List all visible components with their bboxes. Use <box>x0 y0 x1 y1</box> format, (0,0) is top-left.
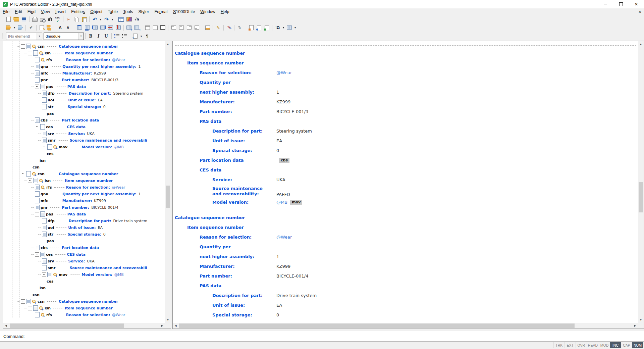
tree-row[interactable]: pnrPart number:BICYCLE-001/3 <box>3 77 165 83</box>
change-tag-icon[interactable] <box>16 24 24 31</box>
tree-row[interactable]: rfsReason for selection:@Wear <box>3 56 165 63</box>
font-smaller-icon[interactable] <box>64 24 72 31</box>
command-bar[interactable]: Command: <box>0 331 644 342</box>
tree-row[interactable]: cesCES data <box>3 251 165 258</box>
tree-row[interactable]: isnItem sequence number <box>3 305 165 311</box>
tree-row[interactable]: csn <box>3 291 165 298</box>
insert-symbol-icon[interactable] <box>274 24 281 31</box>
tree-row[interactable]: rfsReason for selection:@Wear <box>3 184 165 191</box>
cell-align-top-left-icon[interactable] <box>170 24 177 31</box>
tree-row[interactable]: isnItem sequence number <box>3 177 165 184</box>
scroll-down-icon[interactable]: ▼ <box>165 317 171 323</box>
quill-icon[interactable] <box>236 24 244 31</box>
cell-align-top-right-icon[interactable] <box>185 24 193 31</box>
scrollbar-thumb[interactable] <box>166 186 170 208</box>
tree-row[interactable]: uoiUnit of issue:EA <box>3 97 165 103</box>
numbered-list-icon[interactable] <box>113 33 121 40</box>
close-icon[interactable] <box>629 0 644 8</box>
status-cap[interactable]: CAP <box>621 342 632 348</box>
menu-s1000dlite[interactable]: S1000DLite <box>170 9 198 15</box>
print-icon[interactable] <box>31 16 39 23</box>
bullet-list-icon[interactable] <box>121 33 128 40</box>
tree-row[interactable]: csnCatalogue sequence number <box>3 43 165 50</box>
cut-icon[interactable] <box>65 16 72 23</box>
edit-pencil-icon[interactable] <box>214 24 222 31</box>
table-insert-col-left-icon[interactable] <box>91 24 99 31</box>
copy-icon[interactable] <box>72 16 80 23</box>
tree-row[interactable]: pas <box>3 238 165 244</box>
tree-row[interactable]: isnItem sequence number <box>3 50 165 56</box>
menu-tools[interactable]: Tools <box>120 9 136 15</box>
scroll-up-icon[interactable]: ▲ <box>638 41 644 47</box>
menu-styler[interactable]: Styler <box>136 9 152 15</box>
cell-align-bottom-icon[interactable] <box>193 24 201 31</box>
tag-combo[interactable]: dmodule <box>44 33 84 40</box>
redo-menu-icon[interactable] <box>110 16 114 23</box>
open-document-icon[interactable] <box>12 16 20 23</box>
tree-row[interactable]: isn <box>3 157 165 164</box>
scroll-left-icon[interactable]: ◀ <box>173 323 178 329</box>
tag-pill-cbs[interactable]: cbs <box>279 158 289 163</box>
element-combo[interactable]: [No element] <box>6 33 42 40</box>
collapse-icon[interactable] <box>42 272 46 277</box>
tree-row[interactable]: movModel version:@MB <box>3 144 165 150</box>
insert-structure-menu-icon[interactable] <box>139 33 143 40</box>
tree-row[interactable]: qnaQuantity per next higher assembly:1 <box>3 191 165 197</box>
tree-vertical-scrollbar[interactable]: ▲ ▼ <box>165 41 171 323</box>
tree-row[interactable]: smrSource maintenance and recoverabili <box>3 264 165 271</box>
menu-file[interactable]: File <box>0 9 12 15</box>
table-delete-col-icon[interactable] <box>114 24 122 31</box>
minimize-icon[interactable] <box>598 0 613 8</box>
scroll-right-icon[interactable]: ▶ <box>159 323 165 329</box>
tree-row[interactable]: srvService:UKA <box>3 258 165 264</box>
status-ext[interactable]: EXT <box>565 342 576 348</box>
menu-help[interactable]: Help <box>218 9 232 15</box>
paste-icon[interactable] <box>80 16 88 23</box>
scrollbar-thumb[interactable] <box>639 182 643 212</box>
collapse-icon[interactable] <box>28 179 32 183</box>
tree-row[interactable]: mfcManufacturer:KZ999 <box>3 197 165 204</box>
document-vertical-scrollbar[interactable]: ▲ ▼ <box>638 41 644 323</box>
table-insert-col-right-icon[interactable] <box>99 24 107 31</box>
find-icon[interactable] <box>46 16 54 23</box>
new-document-icon[interactable] <box>5 16 12 23</box>
document-horizontal-scrollbar[interactable]: ◀ ▶ <box>173 323 638 329</box>
cell-shading-icon[interactable] <box>204 24 211 31</box>
table-insert-row-above-icon[interactable] <box>76 24 84 31</box>
tree-row[interactable]: csn <box>3 164 165 170</box>
tree-row[interactable]: ces <box>3 278 165 285</box>
insert-tag-menu-icon[interactable] <box>12 24 16 31</box>
status-inc[interactable]: INC <box>610 342 621 348</box>
undo-menu-icon[interactable] <box>99 16 103 23</box>
scroll-down-icon[interactable]: ▼ <box>638 317 644 323</box>
tree-row[interactable]: uoiUnit of issue:EA <box>3 224 165 231</box>
tree-row[interactable]: srvService:UKA <box>3 130 165 137</box>
tree-row[interactable]: smrSource maintenance and recoverabili <box>3 137 165 144</box>
tree-row[interactable]: rfsReason for selection:@Wear <box>3 311 165 318</box>
tree-row[interactable]: dfpDescription for part:Steering system <box>3 90 165 97</box>
tree-row[interactable]: pasPAS data <box>3 211 165 217</box>
tree-row[interactable]: csnCatalogue sequence number <box>3 170 165 177</box>
tree-row[interactable]: qnaQuantity per next higher assembly:1 <box>3 63 165 70</box>
italic-button[interactable]: I <box>95 33 102 40</box>
tree-row[interactable]: ces <box>3 150 165 157</box>
collapse-icon[interactable] <box>35 252 39 257</box>
insert-graphic-icon[interactable] <box>125 16 133 23</box>
insert-symbol-menu-icon[interactable] <box>281 24 285 31</box>
tree-row[interactable]: pasPAS data <box>3 83 165 90</box>
collapse-icon[interactable] <box>21 44 25 49</box>
collapse-icon[interactable] <box>28 306 32 310</box>
menu-edit[interactable]: Edit <box>12 9 25 15</box>
insert-equation-icon[interactable] <box>133 16 141 23</box>
tree-row[interactable]: csnCatalogue sequence number <box>3 298 165 305</box>
status-trk[interactable]: TRK <box>553 342 565 348</box>
status-mod[interactable]: MOD <box>599 342 610 348</box>
link-target-icon[interactable] <box>263 24 271 31</box>
maximize-icon[interactable] <box>613 0 629 8</box>
table-grid-menu-icon[interactable] <box>293 24 297 31</box>
status-num[interactable]: NUM <box>632 342 643 348</box>
collapse-icon[interactable] <box>35 125 39 129</box>
status-ovr[interactable]: OVR <box>576 342 587 348</box>
document-map-icon[interactable] <box>248 24 255 31</box>
font-larger-icon[interactable] <box>56 24 64 31</box>
